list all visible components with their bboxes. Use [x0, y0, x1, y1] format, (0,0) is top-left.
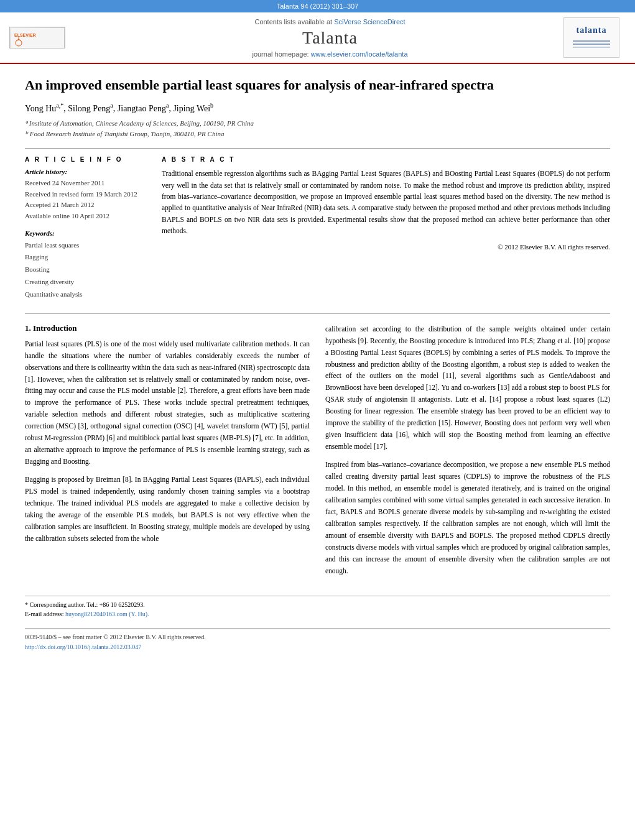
journal-citation: Talanta 94 (2012) 301–307 [277, 2, 359, 10]
keyword-1: Partial least squares [25, 239, 149, 252]
abstract-text: Traditional ensemble regression algorith… [162, 168, 610, 236]
available-date: Available online 10 April 2012 [25, 211, 149, 222]
author-jiangtao-peng: Jiangtao Peng [118, 103, 166, 113]
footer-issn: 0039-9140/$ – see front matter © 2012 El… [25, 634, 610, 640]
keyword-2: Bagging [25, 251, 149, 264]
corresponding-author-note: * Corresponding author. Tel.: +86 10 625… [25, 600, 610, 609]
footnote-divider [25, 596, 610, 596]
intro-para-4: Inspired from bias–variance–covariance d… [325, 459, 610, 577]
article-title: An improved ensemble partial least squar… [25, 76, 610, 95]
history-label: Article history: [25, 168, 149, 175]
email-note: E-mail address: huyong8212040163.com (Y.… [25, 609, 610, 619]
journal-logo-right: talanta [563, 17, 626, 58]
svg-text:ELSEVIER: ELSEVIER [14, 33, 36, 37]
received-date: Received 24 November 2011 [25, 178, 149, 189]
affiliation-a: ᵃ Institute of Automation, Chinese Acade… [25, 118, 610, 129]
homepage-url[interactable]: www.elsevier.com/locate/talanta [311, 50, 408, 58]
section-divider [25, 313, 610, 314]
intro-para-1: Partial least squares (PLS) is one of th… [25, 338, 310, 468]
author-yong-hu: Yong Hu [25, 103, 56, 113]
talanta-logo-text: talanta [577, 25, 607, 35]
body-right-col: calibration set according to the distrib… [325, 323, 610, 583]
author-jiping-wei: Jiping Wei [173, 103, 210, 113]
body-content: 1. Introduction Partial least squares (P… [25, 323, 610, 583]
author-silong-peng: Silong Peng [68, 103, 110, 113]
contents-line: Contents lists available at SciVerse Sci… [96, 18, 563, 25]
intro-para-2: Bagging is proposed by Breiman [8]. In B… [25, 474, 310, 545]
accepted-date: Accepted 21 March 2012 [25, 200, 149, 211]
abstract-header: A B S T R A C T [162, 156, 610, 163]
keyword-5: Quantitative analysis [25, 288, 149, 301]
keyword-3: Boosting [25, 264, 149, 276]
journal-title: Talanta [96, 28, 563, 48]
logo-decoration [570, 38, 613, 50]
svg-rect-0 [11, 28, 64, 48]
journal-header-center: Contents lists available at SciVerse Sci… [96, 18, 563, 58]
footer-doi: http://dx.doi.org/10.1016/j.talanta.2012… [25, 644, 610, 650]
authors-line: Yong Hua,*, Silong Penga, Jiangtao Penga… [25, 102, 610, 114]
article-info-abstract: A R T I C L E I N F O Article history: R… [25, 148, 610, 300]
article-info-header: A R T I C L E I N F O [25, 156, 149, 163]
affiliation-b: ᵇ Food Research Institute of Tianjishi G… [25, 129, 610, 139]
keywords-label: Keywords: [25, 229, 149, 237]
received-revised-date: Received in revised form 19 March 2012 [25, 189, 149, 200]
email-address: huyong8212040163.com (Y. Hu). [65, 611, 149, 617]
journal-header: ELSEVIER Contents lists available at Sci… [0, 12, 635, 64]
affiliations: ᵃ Institute of Automation, Chinese Acade… [25, 118, 610, 139]
body-left-col: 1. Introduction Partial least squares (P… [25, 323, 310, 583]
abstract-col: A B S T R A C T Traditional ensemble reg… [162, 156, 610, 300]
talanta-logo-box: talanta [563, 17, 619, 58]
elsevier-logo: ELSEVIER [9, 27, 65, 48]
article-info-col: A R T I C L E I N F O Article history: R… [25, 156, 149, 300]
elsevier-logo-area: ELSEVIER [9, 27, 96, 48]
intro-section-title: 1. Introduction [25, 323, 310, 333]
page-footer: 0039-9140/$ – see front matter © 2012 El… [25, 628, 610, 650]
footnotes-area: * Corresponding author. Tel.: +86 10 625… [0, 596, 635, 619]
top-bar: Talanta 94 (2012) 301–307 [0, 0, 635, 12]
keyword-4: Creating diversity [25, 276, 149, 288]
journal-homepage: journal homepage: www.elsevier.com/locat… [96, 50, 563, 58]
intro-para-3: calibration set according to the distrib… [325, 323, 610, 453]
main-content: An improved ensemble partial least squar… [0, 64, 635, 596]
sciverse-link[interactable]: SciVerse ScienceDirect [334, 18, 405, 25]
doi-link[interactable]: http://dx.doi.org/10.1016/j.talanta.2012… [25, 644, 141, 650]
copyright: © 2012 Elsevier B.V. All rights reserved… [162, 243, 610, 251]
